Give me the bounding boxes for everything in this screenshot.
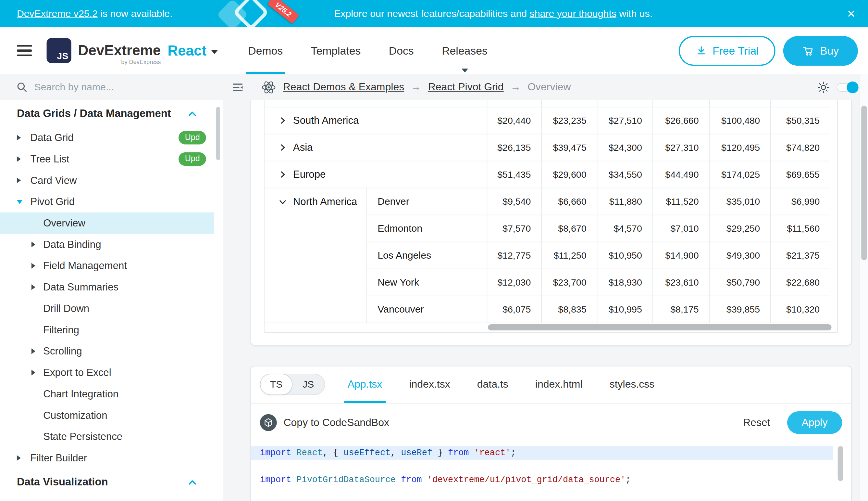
close-icon[interactable]: ✕ (847, 0, 856, 27)
pivot-city-header: Los Angeles (366, 242, 487, 269)
devextreme-logo[interactable]: JS DevExtreme by DevExpress React (47, 38, 218, 63)
reset-button[interactable]: Reset (743, 416, 770, 428)
pivot-cell: $21,375 (770, 242, 830, 269)
sun-icon (817, 81, 830, 94)
expand-chevron-right-icon (278, 170, 287, 178)
pivot-cell: $74,820 (770, 134, 830, 161)
pivot-grid-table: South America $20,440 $23,235 $27,510 $2… (265, 100, 830, 323)
demo-content: South America $20,440 $23,235 $27,510 $2… (223, 100, 868, 501)
pivot-row-header[interactable]: Asia (265, 134, 486, 161)
chevron-right-icon (32, 263, 37, 268)
pivot-row-north-america-denver: North America Denver $9,540 $6,660 $11,8… (265, 188, 830, 215)
pivot-cell: $35,010 (709, 188, 771, 215)
search-input[interactable] (34, 81, 186, 93)
sidebar-item-customization[interactable]: Customization (0, 405, 223, 426)
sidebar-section-data-grids[interactable]: Data Grids / Data Management (0, 100, 223, 127)
theme-toggle[interactable] (836, 83, 858, 91)
pivot-cell: $11,250 (541, 242, 597, 269)
pivot-cell: $6,075 (487, 296, 541, 323)
sidebar-item-filter-builder[interactable]: Filter Builder (0, 447, 223, 469)
sidebar-section-data-visualization[interactable]: Data Visualization (0, 469, 223, 496)
tab-app-tsx[interactable]: App.tsx (345, 366, 385, 403)
pivot-cell: $29,600 (541, 161, 597, 188)
code-viewer-header: TS JS App.tsx index.tsx data.ts index.ht… (251, 366, 851, 403)
language-toggle: TS JS (260, 374, 325, 395)
pivot-row-header-north-america[interactable]: North America (265, 188, 366, 323)
breadcrumb-arrow: → (510, 81, 521, 93)
code-file-tabs: App.tsx index.tsx data.ts index.html sty… (345, 366, 679, 403)
sidebar-item-state-persistence[interactable]: State Persistence (0, 426, 223, 447)
code-toolbar: Copy to CodeSandBox Reset Apply (251, 403, 851, 441)
pivot-row-header[interactable]: Europe (265, 161, 486, 188)
tab-styles-css[interactable]: styles.css (607, 366, 657, 403)
panel-collapse-icon[interactable] (231, 81, 244, 94)
pivot-cell: $11,520 (652, 188, 709, 215)
pivot-cell: $11,880 (597, 188, 652, 215)
page-scrollbar-thumb[interactable] (861, 106, 867, 260)
sidebar-scrollbar-thumb[interactable] (216, 107, 220, 160)
sidebar-item-drill-down[interactable]: Drill Down (0, 298, 223, 319)
buy-button[interactable]: Buy (783, 36, 858, 66)
pivot-cell: $39,475 (541, 134, 597, 161)
version-ribbon: V25.2 (267, 0, 299, 24)
pivot-cell: $26,135 (487, 134, 541, 161)
tab-data-ts[interactable]: data.ts (475, 366, 510, 403)
pivot-cell: $174,025 (709, 161, 771, 188)
react-icon (261, 79, 276, 95)
sidebar-item-card-view[interactable]: Card View (0, 170, 223, 191)
sidebar-item-pivot-grid[interactable]: Pivot Grid (0, 191, 223, 213)
nav-demos[interactable]: Demos (246, 27, 285, 74)
sidebar-item-export-to-excel[interactable]: Export to Excel (0, 362, 223, 383)
nav-releases[interactable]: Releases (440, 27, 490, 74)
copy-to-codesandbox-button[interactable]: Copy to CodeSandBox (260, 414, 389, 431)
sidebar-item-data-binding[interactable]: Data Binding (0, 234, 223, 255)
nav-templates[interactable]: Templates (309, 27, 363, 74)
upd-badge: Upd (179, 131, 206, 144)
page-scrollbar[interactable] (859, 74, 868, 501)
pivot-cell: $50,790 (709, 269, 771, 296)
pivot-row-header[interactable]: South America (265, 107, 486, 134)
code-scrollbar-thumb[interactable] (838, 446, 843, 481)
pivot-cell: $7,570 (487, 215, 541, 242)
pivot-cell: $23,610 (652, 269, 709, 296)
sidebar-item-data-grid[interactable]: Data Grid Upd (0, 127, 223, 149)
tab-index-tsx[interactable]: index.tsx (407, 366, 452, 403)
pivot-city-header: New York (366, 269, 487, 296)
pivot-cell: $24,300 (597, 134, 652, 161)
banner-message: Explore our newest features/capabilities… (334, 0, 652, 27)
version-link[interactable]: DevExtreme v25.2 (17, 8, 98, 19)
lang-toggle-ts[interactable]: TS (260, 374, 293, 395)
framework-selector[interactable]: React (167, 43, 207, 59)
pivot-cell: $29,250 (709, 215, 771, 242)
pivot-horizontal-scrollbar-thumb[interactable] (488, 324, 832, 330)
breadcrumb-demos-link[interactable]: React Demos & Examples (283, 81, 404, 93)
sidebar-item-data-summaries[interactable]: Data Summaries (0, 277, 223, 298)
sidebar-item-scrolling[interactable]: Scrolling (0, 341, 223, 362)
sidebar-item-chart-integration[interactable]: Chart Integration (0, 383, 223, 405)
sidebar-item-tree-list[interactable]: Tree List Upd (0, 149, 223, 170)
breadcrumb-pivot-grid-link[interactable]: React Pivot Grid (428, 81, 504, 93)
sidebar-item-field-management[interactable]: Field Management (0, 255, 223, 277)
nav-docs[interactable]: Docs (387, 27, 416, 74)
brand-name: DevExtreme by DevExpress (78, 44, 161, 58)
hamburger-menu-icon[interactable] (17, 45, 32, 56)
chevron-right-icon (17, 455, 22, 461)
lang-toggle-js[interactable]: JS (292, 374, 324, 394)
chevron-right-icon (32, 242, 37, 247)
pivot-cell: $120,495 (709, 134, 771, 161)
apply-button[interactable]: Apply (787, 411, 842, 434)
pivot-cell: $49,300 (709, 242, 771, 269)
sidebar-search (0, 81, 223, 93)
pivot-row-south-america: South America $20,440 $23,235 $27,510 $2… (265, 107, 830, 134)
free-trial-button[interactable]: Free Trial (679, 36, 776, 66)
tab-index-html[interactable]: index.html (533, 366, 585, 403)
chevron-down-icon (17, 200, 22, 204)
chevron-right-icon (32, 370, 37, 375)
pivot-cell: $51,435 (487, 161, 541, 188)
code-editor[interactable]: import React, { useEffect, useRef } from… (251, 441, 851, 501)
pivot-cell: $8,175 (652, 296, 709, 323)
pivot-cell: $34,550 (597, 161, 652, 188)
sidebar-item-filtering[interactable]: Filtering (0, 319, 223, 341)
sidebar-item-overview[interactable]: Overview (0, 213, 214, 234)
share-thoughts-link[interactable]: share your thoughts (530, 8, 617, 19)
